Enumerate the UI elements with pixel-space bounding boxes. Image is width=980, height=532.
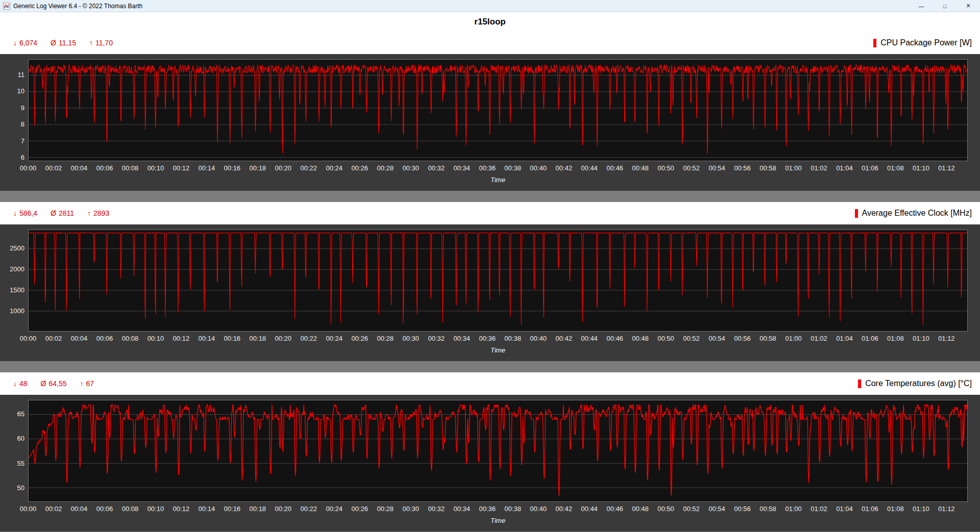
x-tick-label: 00:00 [20, 335, 37, 342]
x-tick-label: 00:18 [250, 164, 266, 172]
x-axis-title: Time [28, 346, 968, 354]
chart-area: 5055606500:0000:0200:0400:0600:0800:1000… [0, 395, 980, 531]
x-tick-label: 00:18 [250, 335, 266, 342]
chart-panel-2: ↓586,4Ø2811↑2893Average Effective Clock … [0, 202, 980, 361]
x-tick-label: 00:56 [734, 164, 751, 172]
x-tick-label: 00:14 [199, 164, 215, 172]
x-tick-label: 00:02 [45, 335, 62, 342]
x-tick-label: 00:40 [530, 335, 547, 342]
x-tick-label: 00:10 [148, 164, 164, 172]
y-tick-label: 9 [1, 104, 24, 112]
chart-stats: ↓48Ø64,55↑67 [13, 379, 94, 388]
chart-stats: ↓586,4Ø2811↑2893 [13, 209, 109, 217]
legend-label: CPU Package Power [W] [880, 38, 972, 47]
x-tick-label: 00:04 [71, 505, 88, 513]
x-tick-label: 01:12 [938, 335, 955, 342]
stat-max-value: 67 [86, 379, 94, 388]
chart-panel-1: ↓6,074Ø11,15↑11,70CPU Package Power [W]6… [0, 32, 980, 191]
x-tick-label: 00:58 [760, 164, 776, 172]
plot-area[interactable] [28, 230, 968, 332]
x-tick-label: 00:24 [326, 164, 343, 172]
stat-avg-icon: Ø [41, 379, 46, 388]
stat-avg-value: 64,55 [48, 379, 66, 388]
chart-legend: Average Effective Clock [MHz] [855, 209, 972, 218]
chart-area: 100015002000250000:0000:0200:0400:0600:0… [0, 224, 980, 361]
y-tick-label: 8 [1, 120, 24, 129]
x-tick-label: 00:28 [377, 164, 394, 172]
x-tick-label: 00:18 [250, 505, 266, 513]
window-title: Generic Log Viewer 6.4 - © 2022 Thomas B… [13, 3, 142, 10]
x-tick-label: 00:00 [20, 164, 37, 172]
x-tick-label: 00:08 [122, 335, 139, 342]
x-tick-label: 00:00 [20, 505, 37, 513]
window-controls: — □ ✕ [910, 0, 980, 12]
page-title: r15loop [0, 12, 980, 32]
minimize-button[interactable]: — [910, 0, 933, 12]
x-tick-label: 00:20 [275, 335, 292, 342]
x-tick-label: 00:50 [657, 505, 674, 513]
x-tick-label: 00:02 [45, 505, 62, 513]
x-tick-label: 01:12 [938, 505, 955, 513]
stat-avg: Ø2811 [51, 209, 74, 217]
chart-legend: Core Temperatures (avg) [°C] [858, 379, 972, 388]
stat-min: ↓48 [13, 379, 28, 388]
legend-label: Core Temperatures (avg) [°C] [865, 379, 972, 388]
series-line [29, 65, 967, 154]
x-tick-label: 00:42 [555, 335, 572, 342]
stat-avg-icon: Ø [51, 39, 56, 47]
x-tick-label: 01:08 [887, 505, 904, 513]
stat-min-value: 586,4 [19, 209, 37, 217]
chart-legend: CPU Package Power [W] [873, 38, 972, 47]
x-tick-label: 01:02 [811, 505, 827, 513]
x-tick-label: 00:12 [173, 335, 190, 342]
stat-avg-icon: Ø [51, 209, 56, 217]
x-tick-label: 00:42 [555, 164, 572, 172]
chart-panel-3: ↓48Ø64,55↑67Core Temperatures (avg) [°C]… [0, 372, 980, 531]
x-tick-label: 00:16 [224, 164, 241, 172]
close-button[interactable]: ✕ [957, 0, 980, 12]
series-line [29, 233, 967, 325]
stat-min: ↓6,074 [13, 39, 37, 47]
stat-avg: Ø64,55 [41, 379, 67, 388]
x-tick-label: 00:12 [173, 164, 190, 172]
stat-max: ↑67 [80, 379, 94, 388]
stat-max-icon: ↑ [89, 39, 93, 47]
charts-container: ↓6,074Ø11,15↑11,70CPU Package Power [W]6… [0, 32, 980, 531]
x-tick-label: 01:00 [785, 335, 802, 342]
x-tick-label: 00:08 [122, 505, 139, 513]
x-tick-label: 00:56 [734, 335, 751, 342]
stat-min-icon: ↓ [13, 379, 17, 388]
x-tick-label: 00:32 [428, 164, 445, 172]
x-axis-title: Time [28, 517, 968, 524]
x-tick-label: 01:06 [862, 505, 878, 513]
x-tick-label: 00:36 [479, 335, 496, 342]
stat-avg: Ø11,15 [51, 39, 76, 47]
x-tick-label: 00:16 [224, 505, 241, 513]
plot-area[interactable] [28, 400, 968, 502]
x-tick-label: 00:48 [632, 164, 649, 172]
series-line [29, 405, 967, 496]
stat-max-icon: ↑ [80, 379, 84, 388]
x-tick-label: 01:00 [785, 164, 802, 172]
maximize-button[interactable]: □ [933, 0, 957, 12]
x-tick-label: 00:34 [453, 505, 470, 513]
x-tick-label: 00:14 [199, 505, 215, 513]
x-tick-label: 00:22 [301, 164, 317, 172]
x-tick-label: 00:06 [96, 164, 113, 172]
stat-min-value: 6,074 [19, 39, 37, 47]
x-tick-label: 00:36 [479, 164, 496, 172]
x-tick-label: 00:48 [632, 335, 649, 342]
plot-area[interactable] [28, 59, 968, 161]
x-tick-label: 00:24 [326, 505, 343, 513]
x-tick-label: 00:58 [760, 505, 776, 513]
x-tick-label: 01:02 [811, 164, 827, 172]
x-tick-label: 00:42 [555, 505, 572, 513]
x-tick-label: 00:52 [683, 335, 700, 342]
x-tick-label: 00:22 [301, 505, 317, 513]
x-tick-label: 00:26 [351, 505, 368, 513]
x-tick-label: 00:52 [683, 505, 700, 513]
x-tick-label: 01:08 [887, 164, 904, 172]
x-tick-label: 00:34 [453, 164, 470, 172]
x-tick-label: 01:10 [913, 335, 929, 342]
x-tick-label: 01:08 [887, 335, 904, 342]
